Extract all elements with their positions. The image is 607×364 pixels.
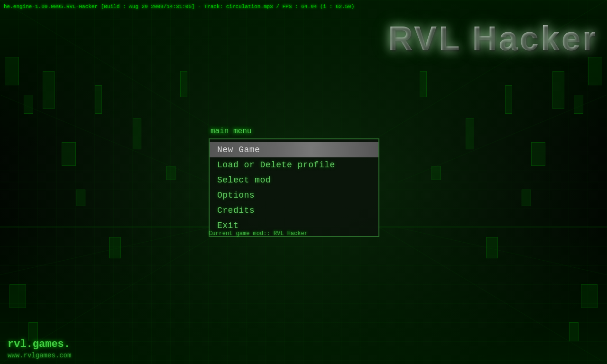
menu-box: New Game Load or Delete profile Select m…	[209, 138, 379, 237]
menu-item-credits[interactable]: Credits	[210, 203, 378, 218]
current-mod-label: Current game mod:: RVL Hacker	[209, 230, 308, 237]
branding: rvl.games. www.rvlgames.com	[8, 338, 71, 359]
main-menu: main menu New Game Load or Delete profil…	[209, 127, 379, 237]
menu-item-options[interactable]: Options	[210, 188, 378, 203]
menu-item-load-profile[interactable]: Load or Delete profile	[210, 157, 378, 173]
status-bar: he.engine-1.00.0095.RVL-Hacker [Build : …	[4, 4, 354, 9]
brand-logo: rvl.games.	[8, 338, 71, 352]
menu-item-select-mod[interactable]: Select mod	[210, 173, 378, 188]
game-title: RVL Hacker	[388, 19, 598, 58]
menu-title: main menu	[209, 127, 379, 136]
brand-url: www.rvlgames.com	[8, 352, 71, 359]
menu-item-new-game[interactable]: New Game	[210, 142, 378, 157]
